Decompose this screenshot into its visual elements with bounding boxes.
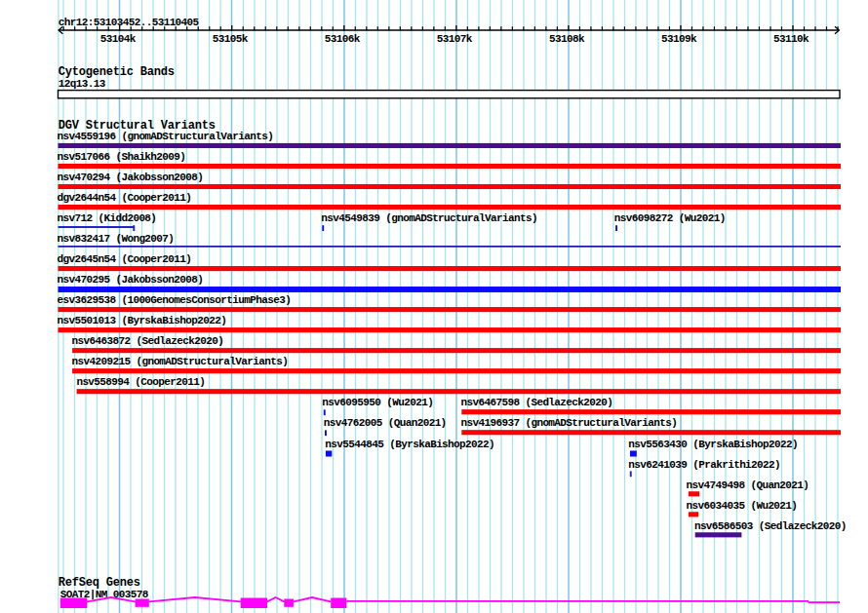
svg-text:nsv6467598 (Sedlazeck2020): nsv6467598 (Sedlazeck2020) [461,397,613,408]
svg-text:nsv832417 (Wong2007): nsv832417 (Wong2007) [58,233,175,245]
svg-text:nsv4749498 (Quan2021): nsv4749498 (Quan2021) [687,479,809,491]
svg-text:nsv6034035 (Wu2021): nsv6034035 (Wu2021) [687,500,798,512]
svg-text:nsv5544845 (ByrskaBishop2022): nsv5544845 (ByrskaBishop2022) [325,439,494,450]
svg-text:nsv4549839 (gnomADStructuralVa: nsv4549839 (gnomADStructuralVariants) [321,212,537,224]
svg-text:esv3629538 (1000GenomesConsort: esv3629538 (1000GenomesConsortiumPhase3) [58,294,292,306]
svg-text:53108k: 53108k [549,33,585,45]
svg-text:nsv558994 (Cooper2011): nsv558994 (Cooper2011) [76,376,205,388]
svg-text:nsv5501013 (ByrskaBishop2022): nsv5501013 (ByrskaBishop2022) [58,315,227,326]
svg-text:nsv470295 (Jakobsson2008): nsv470295 (Jakobsson2008) [58,274,204,286]
svg-text:12q13.13: 12q13.13 [59,78,106,90]
svg-text:chr12:53103452..53110405: chr12:53103452..53110405 [59,17,200,28]
svg-text:dgv2645n54 (Cooper2011): dgv2645n54 (Cooper2011) [58,253,192,265]
svg-text:nsv6095950 (Wu2021): nsv6095950 (Wu2021) [322,397,433,408]
svg-text:nsv6241039 (Prakrithi2022): nsv6241039 (Prakrithi2022) [628,459,780,471]
svg-text:nsv6098272 (Wu2021): nsv6098272 (Wu2021) [614,212,726,224]
svg-text:nsv517066 (Shaikh2009): nsv517066 (Shaikh2009) [58,151,186,163]
svg-text:53104k: 53104k [100,33,137,45]
svg-text:dgv2644n54 (Cooper2011): dgv2644n54 (Cooper2011) [58,192,192,204]
svg-text:53109k: 53109k [661,33,697,45]
svg-text:nsv5563430 (ByrskaBishop2022): nsv5563430 (ByrskaBishop2022) [628,439,798,450]
svg-text:nsv712 (Kidd2008): nsv712 (Kidd2008) [58,212,157,224]
svg-text:53106k: 53106k [325,33,361,45]
svg-text:Cytogenetic Bands: Cytogenetic Bands [59,65,175,79]
svg-text:53107k: 53107k [437,33,473,45]
svg-text:nsv6586503 (Sedlazeck2020): nsv6586503 (Sedlazeck2020) [694,520,847,532]
svg-text:nsv4209215 (gnomADStructuralVa: nsv4209215 (gnomADStructuralVariants) [72,356,289,367]
svg-text:nsv4196937 (gnomADStructuralVa: nsv4196937 (gnomADStructuralVariants) [461,417,678,429]
svg-text:53110k: 53110k [773,33,809,45]
svg-text:RefSeq Genes: RefSeq Genes [59,576,140,590]
svg-text:nsv470294 (Jakobsson2008): nsv470294 (Jakobsson2008) [58,172,204,183]
svg-text:nsv4559196 (gnomADStructuralVa: nsv4559196 (gnomADStructuralVariants) [58,131,274,142]
svg-text:nsv6463872 (Sedlazeck2020): nsv6463872 (Sedlazeck2020) [72,335,224,347]
svg-text:53105k: 53105k [213,33,249,45]
svg-text:nsv4762005 (Quan2021): nsv4762005 (Quan2021) [324,417,447,429]
